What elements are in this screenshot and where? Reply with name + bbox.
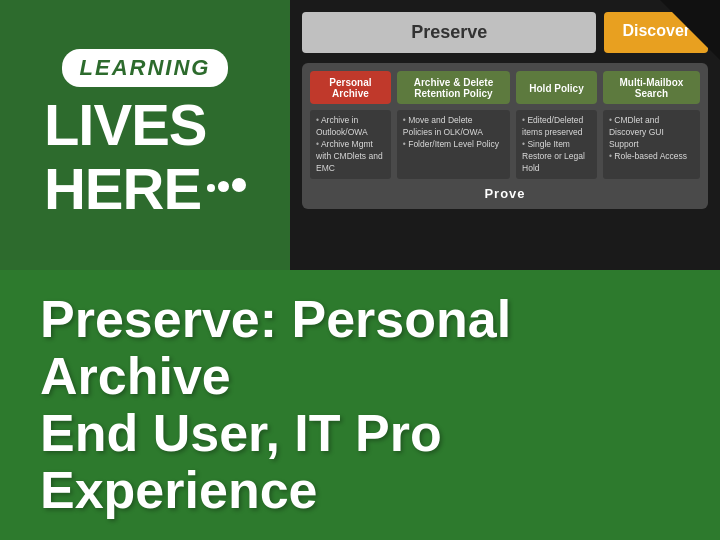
grid-header-row: Personal Archive Archive & Delete Retent… (310, 71, 700, 104)
bottom-title-line2: End User, IT Pro Experience (40, 405, 680, 519)
right-section: Preserve Discover Personal Archive Archi… (290, 0, 720, 270)
cell-hold-policy: Edited/Deleted items preserved Single It… (516, 110, 597, 179)
header-personal-archive: Personal Archive (310, 71, 391, 104)
header-hold-policy: Hold Policy (516, 71, 597, 104)
cell-archive-delete: Move and Delete Policies in OLK/OWA Fold… (397, 110, 510, 179)
cell-multi-mailbox: CMDlet and Discovery GUI Support Role-ba… (603, 110, 700, 179)
prove-label: Prove (310, 186, 700, 201)
cell-item: CMDlet and Discovery GUI Support (609, 115, 694, 151)
logo-here-row: HERE (44, 157, 246, 221)
grid-body-row: Archive in Outlook/OWA Archive Mgmt with… (310, 110, 700, 179)
discover-button[interactable]: Discover (604, 12, 708, 53)
logo-lives-text: LIVES (44, 93, 246, 157)
logo-learning-text: LEARNING (80, 55, 211, 80)
logo-here-text: HERE (44, 157, 201, 221)
content-grid: Personal Archive Archive & Delete Retent… (302, 63, 708, 209)
top-section: LEARNING LIVES HERE Preserve Discover Pe… (0, 0, 720, 270)
cell-item: Single Item Restore or Legal Hold (522, 139, 591, 175)
dot-1 (207, 184, 215, 192)
logo-lives-here: LIVES HERE (44, 93, 246, 221)
dot-3 (232, 178, 246, 192)
top-bar: Preserve Discover (302, 12, 708, 53)
logo-learning-box: LEARNING (62, 49, 229, 87)
logo-dots (207, 178, 246, 200)
dot-2 (218, 181, 229, 192)
cell-item: Folder/Item Level Policy (403, 139, 504, 151)
cell-item: Edited/Deleted items preserved (522, 115, 591, 139)
preserve-button[interactable]: Preserve (302, 12, 596, 53)
cell-item: Archive in Outlook/OWA (316, 115, 385, 139)
cell-item: Move and Delete Policies in OLK/OWA (403, 115, 504, 139)
cell-personal-archive: Archive in Outlook/OWA Archive Mgmt with… (310, 110, 391, 179)
header-archive-delete: Archive & Delete Retention Policy (397, 71, 510, 104)
cell-item: Archive Mgmt with CMDlets and EMC (316, 139, 385, 175)
logo-area: LEARNING LIVES HERE (0, 0, 290, 270)
cell-item: Role-based Access (609, 151, 694, 163)
bottom-section: Preserve: Personal Archive End User, IT … (0, 270, 720, 540)
header-multi-mailbox: Multi-Mailbox Search (603, 71, 700, 104)
bottom-title-line1: Preserve: Personal Archive (40, 291, 680, 405)
bottom-title: Preserve: Personal Archive End User, IT … (40, 291, 680, 520)
